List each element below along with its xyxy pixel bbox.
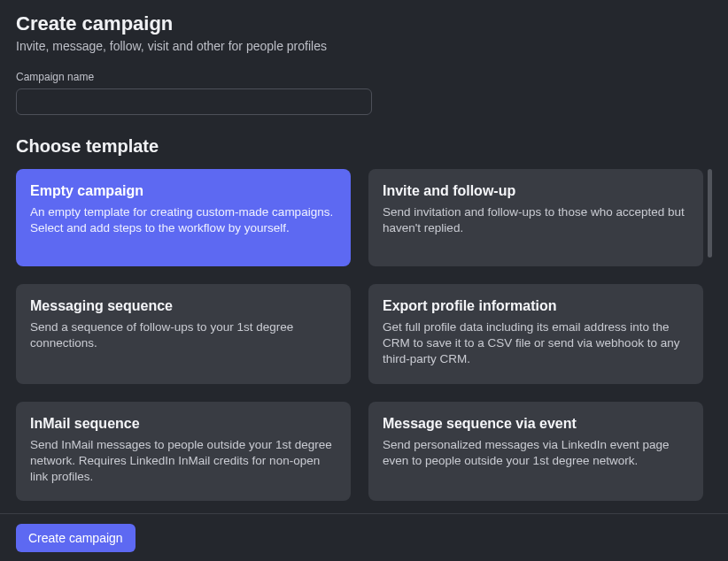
template-card[interactable]: Messaging sequenceSend a sequence of fol… — [16, 284, 351, 384]
template-card-desc: Send invitation and follow-ups to those … — [383, 204, 689, 236]
template-card[interactable]: Invite and follow-upSend invitation and … — [368, 169, 703, 266]
template-card-desc: Get full profile data including its emai… — [383, 319, 689, 368]
template-card[interactable]: InMail sequenceSend InMail messages to p… — [16, 402, 351, 502]
template-card-title: Export profile information — [383, 298, 689, 314]
template-card-title: Message sequence via event — [383, 416, 689, 432]
template-card-desc: Send personalized messages via LinkedIn … — [383, 437, 689, 469]
template-card-desc: An empty template for creating custom-ma… — [30, 204, 337, 236]
template-card[interactable]: Message sequence via eventSend personali… — [368, 402, 703, 502]
page-subtitle: Invite, message, follow, visit and other… — [16, 39, 712, 53]
template-card[interactable]: Empty campaignAn empty template for crea… — [16, 169, 351, 266]
template-card-desc: Send InMail messages to people outside y… — [30, 437, 337, 486]
template-card-title: InMail sequence — [30, 416, 337, 432]
choose-template-title: Choose template — [16, 136, 712, 157]
create-campaign-button[interactable]: Create campaign — [16, 524, 136, 552]
footer-bar: Create campaign — [0, 513, 728, 561]
campaign-name-input[interactable] — [16, 88, 372, 115]
template-card-title: Messaging sequence — [30, 298, 337, 314]
page-title: Create campaign — [16, 12, 712, 35]
templates-scroll-area: Empty campaignAn empty template for crea… — [16, 169, 712, 498]
template-card-desc: Send a sequence of follow-ups to your 1s… — [30, 319, 337, 351]
template-card[interactable]: Export profile informationGet full profi… — [368, 284, 703, 384]
template-card-title: Empty campaign — [30, 183, 337, 199]
campaign-name-label: Campaign name — [16, 71, 712, 83]
template-card-title: Invite and follow-up — [383, 183, 689, 199]
scrollbar-thumb[interactable] — [708, 169, 712, 257]
